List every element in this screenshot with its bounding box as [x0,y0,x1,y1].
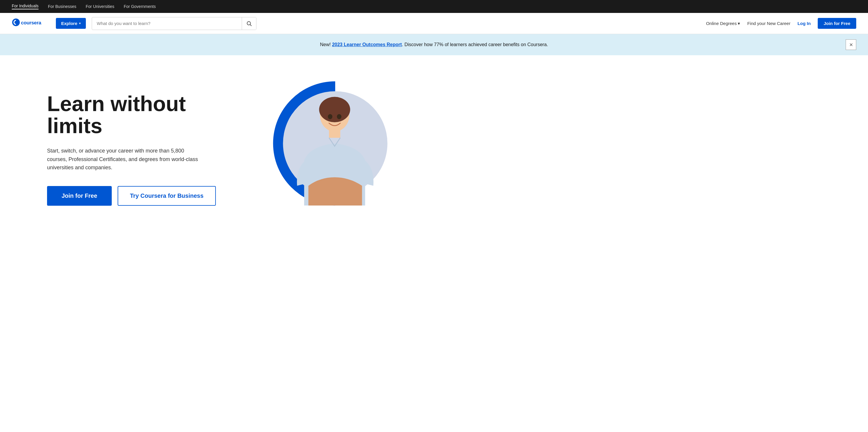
hero-business-button[interactable]: Try Coursera for Business [118,186,216,206]
nav-businesses[interactable]: For Businesses [48,4,76,9]
hero-section: Learn without limits Start, switch, or a… [0,55,868,243]
nav-universities[interactable]: For Universities [86,4,114,9]
search-icon [246,21,252,27]
find-career-link[interactable]: Find your New Career [747,21,790,26]
main-header: coursera Explore ▾ Online Degrees ▾ Find… [0,13,868,34]
svg-point-0 [12,19,20,26]
search-button[interactable] [242,17,256,30]
chevron-down-icon: ▾ [79,22,81,25]
hero-graphic [253,73,400,226]
svg-rect-8 [329,129,340,138]
svg-point-7 [319,97,350,122]
banner-text: New! 2023 Learner Outcomes Report. Disco… [320,42,548,47]
online-degrees-link[interactable]: Online Degrees ▾ [706,21,740,26]
coursera-c-graphic [265,73,406,214]
nav-governments[interactable]: For Governments [124,4,156,9]
logo-svg: coursera [12,17,50,28]
hero-join-button[interactable]: Join for Free [47,186,112,206]
nav-individuals[interactable]: For Individuals [12,3,38,9]
hero-subtitle: Start, switch, or advance your career wi… [47,147,200,172]
hero-content: Learn without limits Start, switch, or a… [47,93,235,206]
banner-suffix: . Discover how 77% of learners achieved … [402,42,548,47]
svg-point-9 [328,114,332,119]
explore-label: Explore [61,21,78,26]
close-icon: ✕ [849,42,853,47]
svg-line-3 [250,24,252,26]
banner-close-button[interactable]: ✕ [846,39,856,50]
login-button[interactable]: Log In [798,21,811,26]
search-input[interactable] [92,21,242,26]
online-degrees-label: Online Degrees [706,21,737,26]
banner-prefix: New! [320,42,332,47]
hero-title: Learn without limits [47,93,235,137]
logo[interactable]: coursera [12,17,50,30]
svg-point-10 [337,114,341,119]
explore-button[interactable]: Explore ▾ [56,18,86,29]
logo-text: coursera [12,17,50,30]
announcement-banner: New! 2023 Learner Outcomes Report. Disco… [0,34,868,55]
hero-buttons: Join for Free Try Coursera for Business [47,186,235,206]
banner-link[interactable]: 2023 Learner Outcomes Report [332,42,402,47]
top-nav: For Individuals For Businesses For Unive… [0,0,868,13]
svg-text:coursera: coursera [21,20,41,26]
header-right: Online Degrees ▾ Find your New Career Lo… [706,18,856,29]
chevron-down-icon: ▾ [738,21,740,26]
header-join-button[interactable]: Join for Free [818,18,856,29]
search-bar [92,17,256,30]
svg-point-2 [247,22,250,25]
